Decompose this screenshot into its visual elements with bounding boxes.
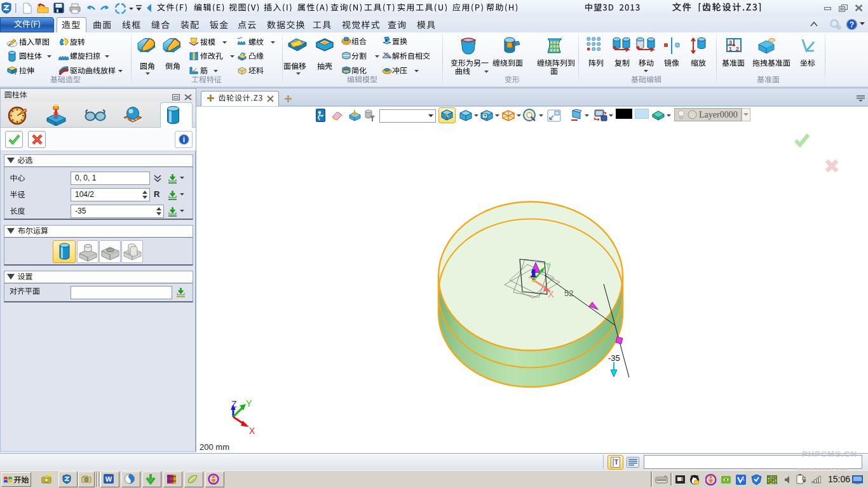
svg-text:T: T (614, 459, 618, 466)
svg-text:W: W (105, 475, 112, 483)
svg-text:2: 2 (736, 46, 739, 52)
svg-text:1: 1 (729, 46, 732, 52)
svg-text:i: i (183, 135, 185, 144)
svg-text:3: 3 (729, 39, 732, 46)
svg-text:?: ? (850, 20, 854, 29)
